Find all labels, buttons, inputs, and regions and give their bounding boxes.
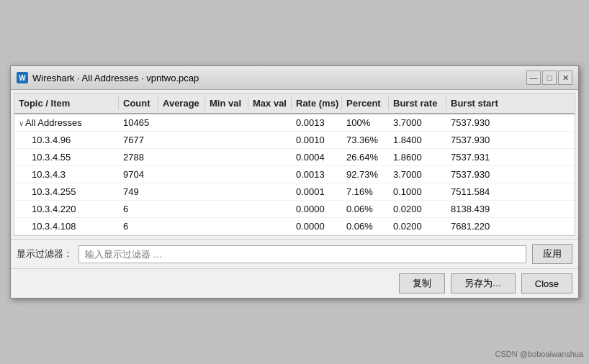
cell-maxval bbox=[248, 191, 292, 194]
cell-minval bbox=[205, 173, 248, 176]
window-title: Wireshark · All Addresses · vpntwo.pcap bbox=[32, 73, 199, 83]
title-bar-left: W Wireshark · All Addresses · vpntwo.pca… bbox=[17, 72, 199, 83]
cell-maxval bbox=[248, 139, 292, 142]
cell-maxval bbox=[248, 208, 292, 211]
cell-average bbox=[158, 191, 205, 194]
cell-burst: 3.7000 bbox=[389, 168, 446, 181]
header-topic: Topic / Item bbox=[14, 96, 119, 110]
table-row[interactable]: 10.3.4.96 7677 0.0010 73.36% 1.8400 7537… bbox=[14, 132, 575, 149]
cell-rate: 0.0000 bbox=[292, 202, 342, 216]
cell-average bbox=[158, 225, 205, 228]
app-icon: W bbox=[17, 72, 28, 83]
cell-topic: 10.3.4.108 bbox=[14, 219, 119, 233]
cell-minval bbox=[205, 225, 248, 228]
cell-bstart: 7537.930 bbox=[446, 168, 508, 181]
cell-percent: 26.64% bbox=[342, 150, 389, 164]
cell-average bbox=[158, 156, 205, 159]
header-count: Count bbox=[119, 96, 158, 110]
cell-rate: 0.0013 bbox=[292, 116, 342, 129]
cell-count: 9704 bbox=[119, 168, 158, 181]
filter-bar: 显示过滤器： 应用 bbox=[11, 239, 578, 268]
title-bar: W Wireshark · All Addresses · vpntwo.pca… bbox=[11, 66, 578, 90]
header-bstart: Burst start bbox=[446, 96, 508, 110]
cell-minval bbox=[205, 156, 248, 159]
header-minval: Min val bbox=[205, 96, 248, 110]
header-maxval: Max val bbox=[248, 96, 292, 110]
cell-percent: 73.36% bbox=[342, 133, 389, 147]
cell-maxval bbox=[248, 122, 292, 124]
cell-average bbox=[158, 208, 205, 211]
cell-bstart: 7537.930 bbox=[446, 133, 508, 147]
cell-average bbox=[158, 173, 205, 176]
close-button[interactable]: ✕ bbox=[558, 70, 572, 85]
cell-burst: 0.1000 bbox=[389, 185, 446, 199]
table-row[interactable]: ∨All Addresses 10465 0.0013 100% 3.7000 … bbox=[14, 114, 575, 132]
cell-topic: 10.3.4.3 bbox=[14, 168, 119, 181]
cell-topic: 10.3.4.55 bbox=[14, 150, 119, 164]
cell-burst: 1.8400 bbox=[389, 133, 446, 147]
header-average: Average bbox=[158, 96, 205, 110]
cell-bstart: 7537.931 bbox=[446, 150, 508, 164]
content-area: Topic / Item Count Average Min val Max v… bbox=[14, 93, 575, 236]
cell-burst: 0.0200 bbox=[389, 219, 446, 233]
cell-minval bbox=[205, 191, 248, 194]
main-window: W Wireshark · All Addresses · vpntwo.pca… bbox=[10, 65, 579, 299]
cell-topic: ∨All Addresses bbox=[14, 116, 119, 129]
cell-maxval bbox=[248, 156, 292, 159]
cell-bstart: 8138.439 bbox=[446, 202, 508, 216]
cell-minval bbox=[205, 208, 248, 211]
cell-rate: 0.0000 bbox=[292, 219, 342, 233]
cell-rate: 0.0013 bbox=[292, 168, 342, 181]
cell-bstart: 7511.584 bbox=[446, 185, 508, 199]
minimize-button[interactable]: — bbox=[526, 70, 541, 85]
cell-minval bbox=[205, 139, 248, 142]
close-dialog-button[interactable]: Close bbox=[521, 273, 572, 294]
window-controls: — □ ✕ bbox=[526, 70, 572, 85]
copy-button[interactable]: 复制 bbox=[399, 273, 445, 294]
cell-rate: 0.0004 bbox=[292, 150, 342, 164]
header-rate: Rate (ms) bbox=[292, 96, 342, 110]
cell-bstart: 7537.930 bbox=[446, 116, 508, 129]
maximize-button[interactable]: □ bbox=[542, 70, 557, 85]
save-as-button[interactable]: 另存为… bbox=[451, 273, 516, 294]
header-burst: Burst rate bbox=[389, 96, 446, 110]
cell-rate: 0.0010 bbox=[292, 133, 342, 147]
cell-count: 6 bbox=[119, 202, 158, 216]
cell-average bbox=[158, 139, 205, 142]
cell-count: 2788 bbox=[119, 150, 158, 164]
cell-percent: 0.06% bbox=[342, 219, 389, 233]
watermark: CSDN @boboaiwanshua bbox=[495, 350, 583, 358]
filter-label: 显示过滤器： bbox=[17, 247, 73, 260]
table-row[interactable]: 10.3.4.55 2788 0.0004 26.64% 1.8600 7537… bbox=[14, 149, 575, 166]
cell-topic: 10.3.4.255 bbox=[14, 185, 119, 199]
table-row[interactable]: 10.3.4.255 749 0.0001 7.16% 0.1000 7511.… bbox=[14, 183, 575, 201]
cell-count: 6 bbox=[119, 219, 158, 233]
table-header: Topic / Item Count Average Min val Max v… bbox=[14, 94, 575, 114]
cell-maxval bbox=[248, 173, 292, 176]
cell-percent: 92.73% bbox=[342, 168, 389, 181]
header-percent: Percent bbox=[342, 96, 389, 110]
table-row[interactable]: 10.3.4.3 9704 0.0013 92.73% 3.7000 7537.… bbox=[14, 166, 575, 183]
cell-average bbox=[158, 122, 205, 124]
table-body: ∨All Addresses 10465 0.0013 100% 3.7000 … bbox=[14, 114, 575, 235]
cell-count: 749 bbox=[119, 185, 158, 199]
cell-rate: 0.0001 bbox=[292, 185, 342, 199]
cell-minval bbox=[205, 122, 248, 124]
table-row[interactable]: 10.3.4.108 6 0.0000 0.06% 0.0200 7681.22… bbox=[14, 218, 575, 235]
filter-input[interactable] bbox=[78, 245, 526, 263]
expand-icon: ∨ bbox=[19, 119, 24, 127]
cell-burst: 0.0200 bbox=[389, 202, 446, 216]
cell-percent: 100% bbox=[342, 116, 389, 129]
cell-count: 7677 bbox=[119, 133, 158, 147]
bottom-bar: 复制 另存为… Close bbox=[11, 268, 578, 298]
cell-burst: 3.7000 bbox=[389, 116, 446, 129]
apply-button[interactable]: 应用 bbox=[532, 244, 572, 264]
cell-bstart: 7681.220 bbox=[446, 219, 508, 233]
table-row[interactable]: 10.3.4.220 6 0.0000 0.06% 0.0200 8138.43… bbox=[14, 201, 575, 218]
cell-percent: 7.16% bbox=[342, 185, 389, 199]
cell-topic: 10.3.4.220 bbox=[14, 202, 119, 216]
cell-burst: 1.8600 bbox=[389, 150, 446, 164]
cell-maxval bbox=[248, 225, 292, 228]
cell-percent: 0.06% bbox=[342, 202, 389, 216]
cell-count: 10465 bbox=[119, 116, 158, 129]
